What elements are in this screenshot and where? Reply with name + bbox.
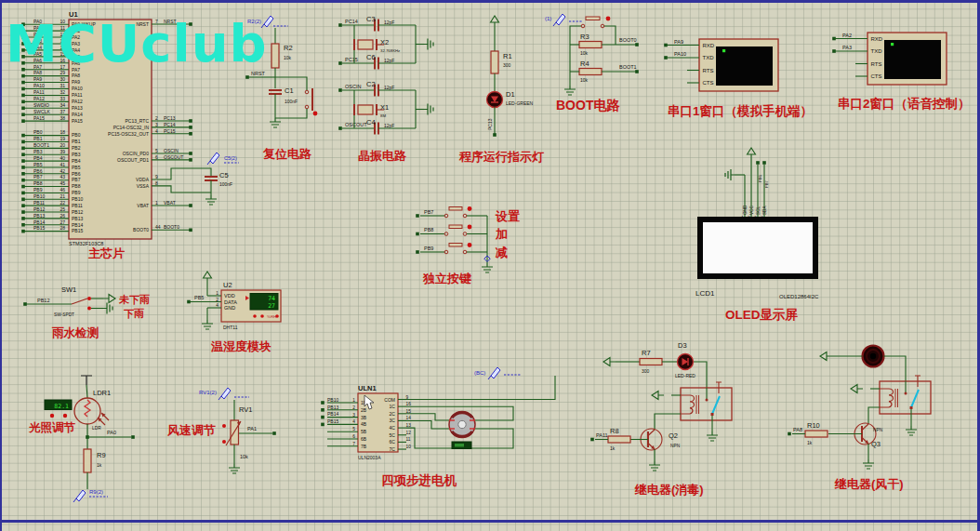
resistor-body[interactable] <box>805 431 828 437</box>
pin-number: 32 <box>60 89 65 95</box>
key-function-label: 设置 <box>495 209 520 223</box>
stepper-motor[interactable] <box>449 412 475 449</box>
pin-number: 43 <box>60 174 65 179</box>
net-label: PA0 <box>33 19 42 24</box>
wire-probe-icon[interactable] <box>73 490 86 502</box>
junction-pad <box>416 250 419 254</box>
switch-part: SW-SPDT <box>54 312 74 317</box>
junction-pad <box>338 88 342 92</box>
pin-name: PA5 <box>72 54 80 60</box>
indicator-dot <box>253 314 257 318</box>
pin-name: VBAT <box>137 203 149 208</box>
pin-number: 7 <box>352 442 355 446</box>
relay[interactable] <box>681 382 732 420</box>
junction-pad <box>788 432 791 436</box>
capacitor-body[interactable] <box>375 20 378 32</box>
section-caption: BOOT电路 <box>556 98 620 113</box>
net-label: SWCLK <box>33 109 50 114</box>
pin-name: 4C <box>390 425 396 431</box>
key-function-label: 加 <box>495 227 508 241</box>
pin-number: 4 <box>352 419 355 424</box>
capacitor-body[interactable] <box>375 123 378 135</box>
capacitor-body[interactable] <box>375 58 378 70</box>
pin-name: OSCIN_PD0 <box>123 151 150 156</box>
net-label: PA11 <box>33 89 45 95</box>
cap-value: 12pF <box>384 20 394 25</box>
pin-number: 39 <box>60 149 65 154</box>
power-symbol <box>748 148 756 160</box>
net-label: PB15 <box>33 225 45 231</box>
window-border-top <box>0 0 980 3</box>
net-label: PB8 <box>33 180 43 186</box>
resistor-body[interactable] <box>271 44 279 68</box>
crystal-ref: X1 <box>380 103 389 112</box>
wire-probe-icon[interactable] <box>219 388 231 400</box>
resistor-body[interactable] <box>579 42 602 48</box>
wire <box>406 414 449 420</box>
res-value: 300 <box>642 368 650 374</box>
pin-name: 5B <box>361 429 367 434</box>
pin-name: 2C <box>390 411 396 417</box>
relay[interactable] <box>880 376 931 414</box>
pin-name: 7B <box>361 444 367 449</box>
section-caption: 温湿度模块 <box>210 339 271 353</box>
wire <box>86 385 87 398</box>
oled-screen[interactable] <box>700 219 815 276</box>
capacitor-body[interactable] <box>375 85 378 97</box>
net-label: PA15 <box>33 115 45 121</box>
wire-probe-icon[interactable] <box>207 153 219 165</box>
resistor-body[interactable] <box>640 359 662 365</box>
resistor-body[interactable] <box>579 69 602 75</box>
state-label: 下雨 <box>124 308 144 319</box>
wire-probe-icon[interactable] <box>553 14 565 26</box>
net-label: PA1 <box>247 426 257 431</box>
net-label: BOOT0 <box>164 224 179 230</box>
pin-name: PA8 <box>72 73 80 78</box>
net-label: NRST <box>164 19 177 24</box>
net-label: PB7 <box>33 174 43 179</box>
buzzer[interactable] <box>863 346 884 367</box>
terminal-cursor <box>722 49 725 52</box>
junction-pad <box>321 408 324 412</box>
net-label: PB9 <box>424 246 433 251</box>
capacitor-body[interactable] <box>269 90 282 94</box>
res-value: 1k <box>97 462 102 468</box>
wire <box>152 168 211 179</box>
capacitor-body[interactable] <box>205 177 218 180</box>
net-label: OSCIN <box>345 84 361 89</box>
adjust-dot[interactable] <box>63 414 67 418</box>
cap-value: 12pF <box>384 123 394 128</box>
wire-tag: (1) <box>545 16 551 21</box>
pin-number: 2 <box>216 298 219 302</box>
chip-part: ULN2003A <box>358 455 381 460</box>
wire-probe-icon[interactable] <box>488 367 500 379</box>
resistor-body[interactable] <box>491 51 498 73</box>
led-green[interactable] <box>487 92 503 108</box>
junction-pad <box>189 229 192 232</box>
pin-number: 25 <box>60 206 65 212</box>
net-label: PB4 <box>33 155 43 161</box>
pin-number: 20 <box>60 142 65 148</box>
transistor-type: NPN <box>670 444 681 448</box>
ground-symbol <box>424 39 433 50</box>
ground-symbol <box>229 464 240 473</box>
pin-name: VCC <box>749 206 754 215</box>
wire-probe-icon[interactable] <box>261 16 273 28</box>
net-label: PC13 <box>487 118 493 130</box>
pin-name: CTS <box>871 73 882 79</box>
resistor-body[interactable] <box>84 449 91 472</box>
ldr-sensor[interactable] <box>74 398 109 425</box>
pin-name: PA2 <box>72 34 80 40</box>
junction-pad <box>590 438 594 442</box>
junction-pad <box>272 431 276 435</box>
resistor-body[interactable] <box>608 436 630 443</box>
potentiometer[interactable] <box>222 420 241 445</box>
adjust-dot[interactable] <box>50 414 54 418</box>
led-red[interactable] <box>678 354 694 370</box>
pin-name: GND <box>743 205 748 215</box>
section-caption: 四项步进电机 <box>381 473 457 487</box>
pin-number: 11 <box>60 25 65 31</box>
junction-pad <box>338 126 342 130</box>
oled-ref: LCD1 <box>695 289 715 298</box>
spdt-switch[interactable] <box>72 297 91 311</box>
